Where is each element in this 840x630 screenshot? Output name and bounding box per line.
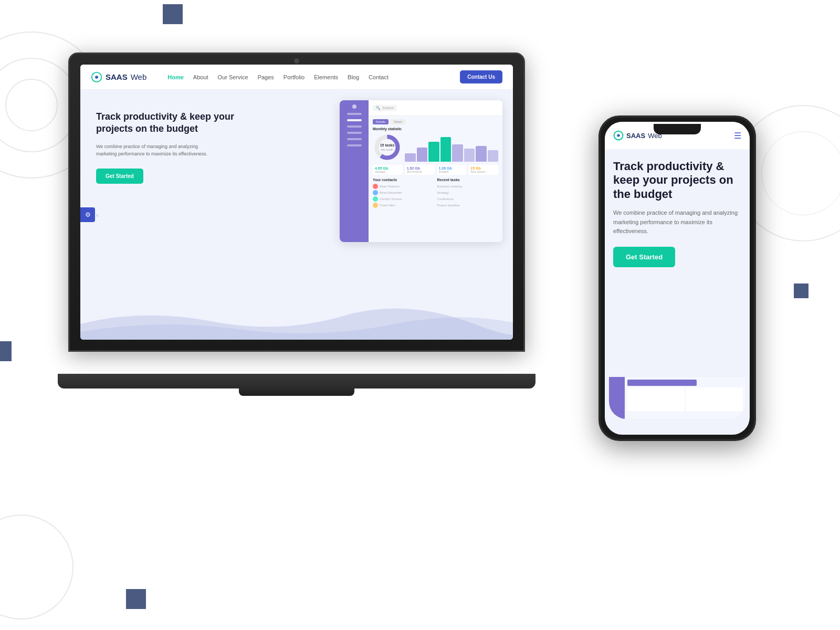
phone-screen: SAASWeb ☰ Track productivity & keep your… bbox=[605, 122, 750, 435]
dash-sidebar bbox=[340, 100, 369, 242]
tasks-title: Recent tasks bbox=[437, 178, 499, 182]
nav-elements[interactable]: Elements bbox=[314, 74, 338, 80]
nav-our-service[interactable]: Our Service bbox=[218, 74, 248, 80]
svg-point-7 bbox=[617, 134, 620, 137]
dash-nav-5 bbox=[347, 138, 362, 140]
logo-text-web: Web bbox=[131, 72, 147, 81]
contacts-title: Your contacts bbox=[373, 178, 434, 182]
prev-slide-arrow[interactable]: ‹ bbox=[96, 211, 99, 219]
phone-logo-icon bbox=[613, 130, 624, 141]
laptop-hero-section: ⚙ ‹ Track productivity & keep your proje… bbox=[80, 90, 513, 340]
bg-circle-medium bbox=[0, 58, 79, 152]
phone-get-started-button[interactable]: Get Started bbox=[613, 247, 675, 267]
hamburger-menu-icon[interactable]: ☰ bbox=[734, 131, 741, 141]
dash-topbar: 🔍 Search bbox=[369, 100, 502, 116]
laptop-dashboard-mockup: 🔍 Search Details Week Monthly statistic bbox=[340, 100, 502, 242]
nav-blog[interactable]: Blog bbox=[348, 74, 359, 80]
dash-chart-title: Monthly statistic bbox=[373, 127, 498, 131]
phone-notch bbox=[654, 124, 701, 134]
hero-wave bbox=[80, 303, 513, 340]
contacts-table: Your contacts Brian Pearson Brian Alexan… bbox=[373, 178, 434, 208]
nav-contact[interactable]: Contact bbox=[369, 74, 388, 80]
laptop-body: SAASWeb Home About Our Service Pages Por… bbox=[68, 52, 525, 352]
nav-about[interactable]: About bbox=[193, 74, 208, 80]
phone-hero-title: Track productivity & keep your projects … bbox=[613, 160, 741, 201]
dash-search[interactable]: 🔍 Search bbox=[373, 105, 397, 111]
dash-nav-3 bbox=[347, 125, 362, 128]
bg-circle-bottom bbox=[0, 514, 74, 620]
bg-square-top bbox=[163, 4, 183, 24]
laptop-screen: SAASWeb Home About Our Service Pages Por… bbox=[80, 65, 513, 340]
phone-dashboard-preview bbox=[609, 377, 746, 419]
dash-logo-dot bbox=[352, 104, 356, 109]
bg-square-left bbox=[0, 341, 12, 361]
nav-portfolio[interactable]: Portfolio bbox=[284, 74, 304, 80]
phone-device: SAASWeb ☰ Track productivity & keep your… bbox=[598, 116, 756, 441]
dash-nav-1 bbox=[347, 113, 362, 115]
donut-chart: 15 tasks this month bbox=[373, 133, 402, 162]
laptop-camera bbox=[294, 58, 299, 64]
dash-stats-row: 4.95 Gb storage 1.92 Gb documents 1.06 G… bbox=[373, 165, 498, 175]
laptop-get-started-button[interactable]: Get Started bbox=[96, 169, 143, 184]
bar-chart bbox=[405, 133, 498, 162]
stat-images: 1.06 Gb images bbox=[437, 165, 467, 175]
svg-point-1 bbox=[95, 76, 98, 79]
dash-nav-2 bbox=[347, 119, 362, 121]
saas-logo-icon bbox=[91, 71, 102, 83]
phone-dash-main bbox=[625, 377, 746, 419]
dash-tables: Your contacts Brian Pearson Brian Alexan… bbox=[373, 178, 498, 208]
laptop-hero-title: Track productivity & keep your projects … bbox=[96, 111, 267, 135]
laptop-hero-desc: We combine practice of managing and anal… bbox=[96, 143, 212, 158]
laptop-foot bbox=[239, 388, 354, 396]
stat-free: 15 Gb free space bbox=[468, 165, 498, 175]
dash-nav-6 bbox=[347, 144, 362, 146]
settings-tab[interactable]: ⚙ bbox=[80, 207, 95, 222]
bg-circle-right-medium bbox=[761, 131, 840, 215]
laptop-logo: SAASWeb bbox=[91, 71, 146, 83]
dash-tab-details[interactable]: Details bbox=[373, 119, 388, 124]
phone-logo-text-saas: SAAS bbox=[626, 132, 645, 140]
bg-square-right bbox=[794, 284, 808, 298]
bg-square-bottom bbox=[126, 589, 146, 609]
contact-rows: Brian Pearson Brian Alexander Carolyn Si… bbox=[373, 183, 434, 208]
bg-circle-small bbox=[5, 79, 58, 131]
laptop-base bbox=[58, 374, 536, 388]
phone-dash-sidebar bbox=[609, 377, 625, 419]
dash-nav-4 bbox=[347, 132, 362, 134]
laptop-nav-menu: Home About Our Service Pages Portfolio E… bbox=[167, 74, 388, 80]
dash-tabs: Details Week bbox=[373, 119, 498, 124]
search-placeholder: Search bbox=[382, 106, 394, 110]
dash-tab-week[interactable]: Week bbox=[391, 119, 405, 124]
task-rows: Business meeting Strategy Conference Pro… bbox=[437, 183, 499, 208]
svg-text:this month: this month bbox=[381, 148, 393, 151]
contact-us-button[interactable]: Contact Us bbox=[460, 70, 502, 83]
dash-chart-area: 15 tasks this month bbox=[373, 133, 498, 162]
phone-hero-desc: We combine practice of managing and anal… bbox=[613, 208, 741, 236]
nav-home[interactable]: Home bbox=[167, 74, 184, 80]
dash-content-area: Details Week Monthly statistic 15 tasks … bbox=[369, 116, 502, 212]
stat-storage: 4.95 Gb storage bbox=[373, 165, 403, 175]
laptop-navbar: SAASWeb Home About Our Service Pages Por… bbox=[80, 65, 513, 90]
nav-pages[interactable]: Pages bbox=[258, 74, 274, 80]
dash-main-content: 🔍 Search Details Week Monthly statistic bbox=[369, 100, 502, 242]
phone-body: SAASWeb ☰ Track productivity & keep your… bbox=[598, 116, 756, 441]
svg-text:15 tasks: 15 tasks bbox=[380, 143, 395, 147]
stat-docs: 1.92 Gb documents bbox=[405, 165, 435, 175]
laptop-device: SAASWeb Home About Our Service Pages Por… bbox=[68, 52, 541, 388]
phone-hero-section: Track productivity & keep your projects … bbox=[605, 149, 750, 278]
logo-text-saas: SAAS bbox=[106, 72, 128, 81]
tasks-table: Recent tasks Business meeting Strategy C… bbox=[437, 178, 499, 208]
